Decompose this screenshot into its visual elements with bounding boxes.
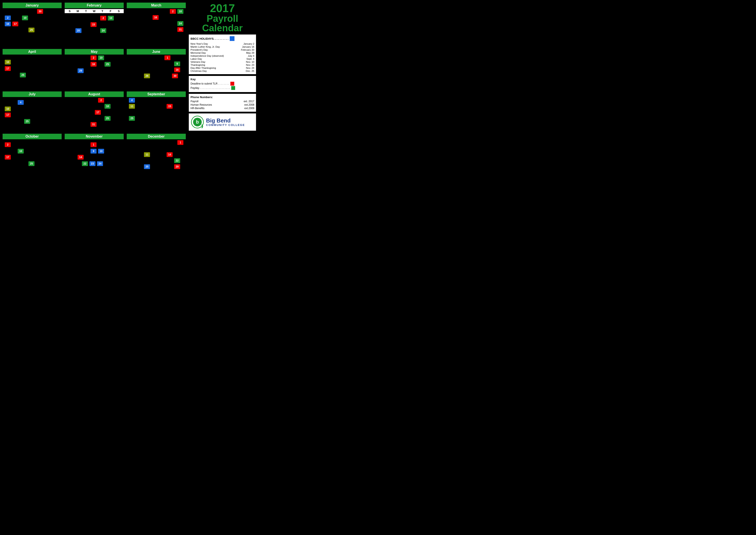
day-25-badge: 25 — [20, 73, 26, 77]
december-block: December 11114222529 — [126, 133, 187, 169]
day-9-badge: 9 — [91, 149, 96, 154]
day-31-badge: 31 — [91, 122, 96, 127]
day-10-badge: 10 — [98, 55, 104, 60]
day-17-badge: 17 — [5, 155, 11, 159]
cc-label: COMMUNITY COLLEGE — [206, 123, 245, 127]
day-22-badge: 22 — [174, 158, 180, 163]
holiday-name: Labor Day — [191, 58, 202, 60]
day-25-badge: 25 — [24, 119, 30, 124]
day-10-badge: 10 — [98, 149, 104, 154]
feb-day-label: W — [91, 10, 97, 13]
day-16-badge: 16 — [5, 21, 11, 26]
day-16-badge: 16 — [174, 68, 180, 72]
day-25-badge: 25 — [129, 116, 135, 121]
october-days: 2101725 — [3, 140, 62, 168]
holidays-box: BBCC HOLIDAYS. . . . . . . . . . New Yea… — [189, 35, 256, 74]
holiday-date: January 2 — [243, 42, 254, 45]
holiday-name: New Year's Day — [191, 42, 208, 45]
day-25-badge: 25 — [104, 116, 111, 121]
holiday-row: New Year's DayJanuary 2 — [191, 42, 254, 45]
day-17-badge: 17 — [5, 113, 11, 117]
phone-label: HR-Benefits — [191, 107, 204, 110]
october-title: October — [3, 134, 62, 139]
day-14-badge: 14 — [167, 152, 173, 157]
holidays-title: BBCC HOLIDAYS. . . . . . . . . . — [191, 37, 229, 40]
september-block: September 4111525 — [126, 91, 187, 131]
right-panel: 2017 Payroll Calendar BBCC HOLIDAYS. . .… — [188, 2, 257, 131]
day-2-badge: 2 — [170, 9, 176, 14]
june-days: 19162630 — [127, 55, 186, 83]
day-15-badge: 15 — [167, 104, 173, 109]
january-title: January — [3, 3, 62, 8]
key-title: Key — [191, 78, 254, 81]
phone-value: ext.2008 — [244, 103, 254, 106]
pay-label: Payday. . . . . . . . . . . . . . . . . … — [191, 86, 230, 90]
holiday-name: Christmas Day — [191, 70, 207, 72]
day-24-badge: 24 — [97, 161, 103, 166]
holiday-list: New Year's DayJanuary 2Martin Luther Kin… — [191, 42, 254, 72]
phone-box: Phone Numbers: Payrollext. 2017Human Res… — [189, 94, 256, 112]
february-title: February — [65, 3, 124, 8]
december-title: December — [127, 134, 186, 139]
phone-row: HR-Benefitsext.2009 — [191, 106, 254, 110]
february-days: 210152024 — [65, 14, 124, 42]
holiday-row: Labor DaySept. 4 — [191, 57, 254, 60]
holiday-row: Memorial DayMay 29 — [191, 51, 254, 54]
holiday-name: Memorial Day — [191, 51, 206, 54]
april-days: 101725 — [3, 55, 62, 83]
calendar-title: 2017 Payroll Calendar — [189, 3, 256, 33]
key-box: Key Deadline to submit TLR . . . . . . .… — [189, 76, 256, 92]
day-17-badge: 17 — [12, 21, 18, 26]
logo-box: b Big Bend COMMUNITY COLLEGE — [189, 113, 256, 131]
phone-row: Payrollext. 2017 — [191, 99, 254, 103]
day-20-badge: 20 — [75, 28, 81, 33]
december-days: 11114222529 — [127, 140, 186, 168]
march-block: March 210162431 — [126, 2, 187, 47]
april-block: April 101725 — [2, 48, 63, 89]
day-10-badge: 10 — [177, 9, 183, 14]
day-10-badge: 10 — [18, 149, 24, 154]
day-4-badge: 4 — [129, 98, 135, 103]
year-label: 2017 — [189, 3, 256, 14]
holiday-date: Sept. 4 — [247, 58, 254, 60]
phone-label: Human Resources — [191, 103, 212, 106]
day-31-badge: 31 — [177, 27, 183, 32]
august-block: August 210172531 — [64, 91, 124, 131]
phone-value: ext.2009 — [244, 107, 254, 110]
day-26-badge: 26 — [144, 73, 150, 78]
august-title: August — [65, 92, 124, 97]
october-block: October 2101725 — [2, 133, 63, 169]
bbcc-logo-icon: b — [191, 116, 204, 128]
day-22-badge: 22 — [82, 161, 88, 166]
may-block: May 210162529 — [64, 48, 124, 89]
pay-color-swatch — [231, 86, 235, 90]
holiday-date: Nov. 10 — [246, 61, 254, 63]
holiday-row: Christmas DayDec. 25 — [191, 70, 254, 72]
logo-text: Big Bend COMMUNITY COLLEGE — [206, 118, 245, 127]
day-24-badge: 24 — [100, 28, 106, 33]
phone-row: Human Resourcesext.2008 — [191, 103, 254, 106]
may-title: May — [65, 49, 124, 55]
may-days: 210162529 — [65, 55, 124, 83]
holiday-date: February 20 — [241, 48, 254, 51]
tlr-label: Deadline to submit TLR . . . . . . . . — [191, 82, 229, 85]
holiday-name: Day After Thanksgiving — [191, 67, 216, 69]
july-days: 4101725 — [3, 98, 62, 126]
holiday-color-swatch — [230, 36, 234, 41]
november-block: November 191014222324 — [64, 133, 124, 169]
feb-day-label: S — [67, 10, 73, 13]
holiday-row: Day After ThanksgivingNov. 24 — [191, 67, 254, 70]
payroll-word: Payroll — [189, 14, 256, 23]
day-10-badge: 10 — [5, 106, 11, 111]
day-24-badge: 24 — [177, 21, 183, 26]
april-title: April — [3, 49, 62, 55]
day-9-badge: 9 — [174, 62, 180, 66]
feb-day-label: S — [116, 10, 122, 13]
day-10-badge: 10 — [5, 60, 11, 65]
day-10-badge: 10 — [22, 15, 28, 20]
september-title: September — [127, 92, 186, 97]
november-title: November — [65, 134, 124, 139]
holiday-date: Nov. 23 — [246, 64, 254, 66]
holiday-date: Dec. 25 — [246, 70, 254, 72]
day-29-badge: 29 — [174, 164, 180, 169]
